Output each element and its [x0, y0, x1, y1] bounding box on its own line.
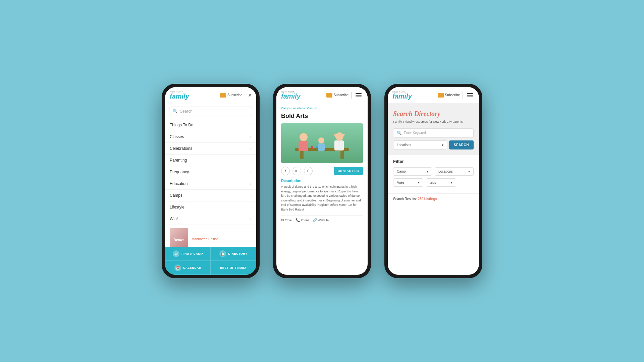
instagram-button[interactable]: IG [292, 167, 301, 175]
phone-icon: 📞 [296, 218, 300, 222]
tags-filter[interactable]: tags ▾ [426, 178, 456, 187]
locations-filter-label: Locations [438, 170, 453, 173]
tags-filter-label: tags [430, 181, 436, 184]
contact-us-button[interactable]: CONTACT US [334, 167, 363, 175]
phone-3: NEW YORK family Subscribe Search D [384, 84, 482, 278]
camp-filter-arrow: ▾ [427, 170, 428, 173]
subscribe-button-1[interactable]: Subscribe [220, 93, 242, 98]
nav-item-win[interactable]: Win! › [165, 213, 256, 225]
article-image-inner [281, 123, 363, 163]
nav-item-parenting[interactable]: Parenting › [165, 155, 256, 166]
find-a-camp-button[interactable]: 🏕 FIND A CAMP [165, 247, 211, 261]
search-bar[interactable]: 🔍 Search [169, 107, 252, 116]
camp-filter-label: Camp [397, 170, 406, 173]
subscribe-icon-1 [220, 93, 226, 98]
website-link[interactable]: 🔗 Website [313, 218, 329, 222]
contact-links: ✉ Email 📞 Phone 🔗 Website [281, 215, 363, 222]
ages-filter-label: Ages [397, 181, 405, 184]
hamburger-line [356, 95, 362, 96]
phone1-header: NEW YORK family Subscribe × [165, 87, 256, 103]
subscribe-label-2: Subscribe [334, 93, 348, 97]
logo-family-text: family [170, 93, 189, 100]
nav-arrow: › [250, 146, 252, 150]
camp-icon: 🏕 [173, 250, 179, 257]
subscribe-button-2[interactable]: Subscribe [326, 93, 348, 98]
camp-filter[interactable]: Camp ▾ [393, 167, 432, 176]
hamburger-line [467, 97, 473, 97]
subscribe-label-1: Subscribe [227, 93, 242, 97]
nav-item-education[interactable]: Education › [165, 178, 256, 190]
filter-row-1: Camp ▾ Locations ▾ [393, 167, 474, 176]
search-directory-hero: Search Directory Family-Friendly resourc… [388, 103, 479, 155]
nav-item-camps[interactable]: Camps › [165, 190, 256, 201]
calendar-button[interactable]: 📅 CALENDAR [165, 261, 211, 275]
social-row: f IG P CONTACT US [281, 167, 363, 175]
website-icon: 🔗 [313, 218, 317, 222]
nav-arrow: › [250, 123, 252, 127]
pinterest-button[interactable]: P [304, 167, 313, 175]
svg-point-3 [311, 146, 313, 149]
search-directory-subtitle: Family-Friendly resources for New York C… [393, 120, 474, 124]
breadcrumb: Camps | Academic Camps [281, 107, 363, 110]
filter-label: Filter [393, 159, 474, 164]
bottom-nav: 🏕 FIND A CAMP 📋 DIRECTORY 📅 CALENDAR BES… [165, 247, 256, 275]
nav-item-classes[interactable]: Classes › [165, 131, 256, 143]
facebook-icon: f [285, 169, 286, 173]
article-title: Bold Arts [281, 113, 363, 120]
subscribe-button-3[interactable]: Subscribe [438, 93, 460, 98]
ages-filter[interactable]: Ages ▾ [393, 178, 423, 187]
nav-item-pregnancy[interactable]: Pregnancy › [165, 166, 256, 178]
close-button[interactable]: × [248, 92, 252, 98]
svg-rect-9 [318, 143, 325, 151]
locations-dropdown[interactable]: Locations ▾ [393, 140, 447, 149]
location-search-row: Locations ▾ SEARCH [393, 140, 474, 149]
keyword-input: Enter Keyword [404, 131, 470, 135]
svg-rect-2 [340, 151, 344, 159]
results-count: 230 Listings [418, 197, 437, 201]
nav-arrow: › [250, 205, 252, 209]
directory-button[interactable]: 📋 DIRECTORY [211, 247, 256, 261]
breadcrumb-separator: | [291, 107, 292, 110]
breadcrumb-camps[interactable]: Camps [281, 107, 291, 110]
breadcrumb-academic[interactable]: Academic Camps [293, 107, 317, 110]
search-directory-content: Search Directory Family-Friendly resourc… [388, 103, 479, 275]
nav-arrow: › [250, 182, 252, 186]
svg-point-8 [318, 137, 324, 143]
nav-arrow: › [250, 217, 252, 221]
svg-point-6 [300, 133, 308, 141]
nav-item-things-to-do[interactable]: Things To Do › [165, 119, 256, 131]
hamburger-menu-2[interactable] [354, 92, 363, 99]
email-label: Email [285, 219, 292, 222]
facebook-button[interactable]: f [281, 167, 290, 175]
instagram-icon: IG [295, 169, 299, 173]
website-label: Website [318, 219, 329, 222]
keyword-search-icon: 🔍 [397, 131, 402, 135]
hamburger-menu-3[interactable] [466, 92, 474, 99]
phone2-header: NEW YORK family Subscribe [276, 87, 368, 103]
ages-filter-arrow: ▾ [418, 181, 420, 184]
nav-item-celebrations[interactable]: Celebrations › [165, 143, 256, 155]
search-directory-button[interactable]: SEARCH [449, 140, 474, 149]
nav-item-lifestyle[interactable]: Lifestyle › [165, 201, 256, 213]
search-directory-title: Search Directory [393, 110, 474, 118]
logo-1: NEW YORK family [170, 90, 189, 100]
subscribe-icon-3 [438, 93, 444, 98]
phone-link[interactable]: 📞 Phone [296, 218, 310, 222]
header-divider-1 [245, 92, 245, 99]
phone-1: NEW YORK family Subscribe × 🔍 Search Thi… [162, 84, 260, 278]
header-divider-2 [351, 92, 352, 99]
filter-row-2: Ages ▾ tags ▾ [393, 178, 474, 187]
email-icon: ✉ [281, 218, 284, 222]
keyword-search-bar[interactable]: 🔍 Enter Keyword [393, 128, 474, 138]
best-of-family-button[interactable]: BEST OF FAMILY [211, 261, 256, 275]
logo-3: NEW YORK family [392, 90, 412, 100]
svg-rect-1 [300, 151, 304, 159]
results-label: Search Results: [393, 197, 417, 201]
hamburger-line [356, 93, 362, 94]
locations-filter[interactable]: Locations ▾ [435, 167, 474, 176]
logo-2: NEW YORK family [281, 90, 301, 100]
email-link[interactable]: ✉ Email [281, 218, 292, 222]
logo3-family-text: family [392, 93, 412, 100]
locations-filter-arrow: ▾ [468, 170, 470, 173]
magazine-edition-link[interactable]: Manhattan Edition [192, 237, 219, 241]
